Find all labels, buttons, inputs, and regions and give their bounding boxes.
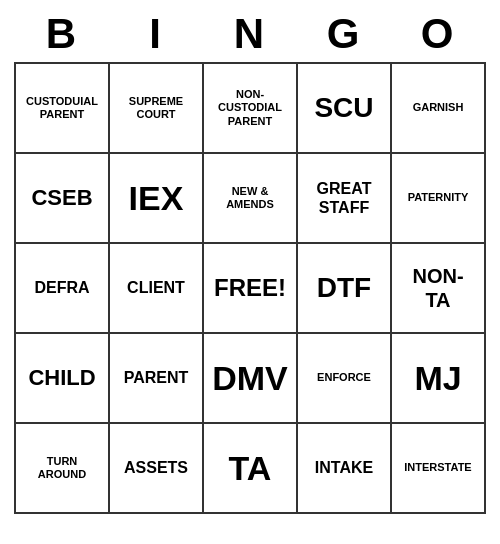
cell-text-4-1: ASSETS [124,458,188,477]
cell-text-3-0: CHILD [28,365,95,391]
cell-text-4-2: TA [229,448,272,489]
cell-text-0-4: GARNISH [413,101,464,114]
header-b: B [15,10,109,58]
cell-text-1-0: CSEB [31,185,92,211]
cell-text-0-2: NON-CUSTODIALPARENT [218,88,282,128]
cell-0-4: GARNISH [392,64,486,154]
cell-text-0-3: SCU [314,91,373,125]
cell-text-2-2: Free! [214,274,286,303]
cell-3-4: MJ [392,334,486,424]
cell-0-2: NON-CUSTODIALPARENT [204,64,298,154]
cell-text-0-1: SUPREMECOURT [129,95,183,121]
cell-0-1: SUPREMECOURT [110,64,204,154]
cell-1-1: IEX [110,154,204,244]
cell-2-1: CLIENT [110,244,204,334]
cell-2-2: Free! [204,244,298,334]
cell-1-3: GREATSTAFF [298,154,392,244]
cell-4-2: TA [204,424,298,514]
cell-3-3: ENFORCE [298,334,392,424]
cell-text-3-3: ENFORCE [317,371,371,384]
cell-2-4: Non-TA [392,244,486,334]
cell-4-0: TURNAROUND [16,424,110,514]
bingo-header: B I N G O [15,10,485,58]
cell-2-3: DTF [298,244,392,334]
cell-3-2: DMV [204,334,298,424]
cell-3-0: CHILD [16,334,110,424]
cell-4-4: INTERSTATE [392,424,486,514]
cell-text-4-4: INTERSTATE [404,461,471,474]
cell-1-2: NEW &AMENDS [204,154,298,244]
cell-0-0: CUSTODUIALPARENT [16,64,110,154]
cell-text-2-3: DTF [317,271,371,305]
cell-4-1: ASSETS [110,424,204,514]
cell-text-2-0: DEFRA [34,278,89,297]
cell-1-0: CSEB [16,154,110,244]
cell-text-3-2: DMV [212,358,288,399]
cell-4-3: INTAKE [298,424,392,514]
cell-2-0: DEFRA [16,244,110,334]
bingo-grid: CUSTODUIALPARENTSUPREMECOURTNON-CUSTODIA… [14,62,486,514]
cell-text-4-3: INTAKE [315,458,373,477]
cell-1-4: PATERNITY [392,154,486,244]
cell-text-1-4: PATERNITY [408,191,469,204]
cell-text-1-3: GREATSTAFF [317,179,372,217]
cell-3-1: PARENT [110,334,204,424]
header-i: I [109,10,203,58]
cell-text-1-2: NEW &AMENDS [226,185,274,211]
cell-text-2-1: CLIENT [127,278,185,297]
cell-text-2-4: Non-TA [412,264,463,312]
cell-0-3: SCU [298,64,392,154]
cell-text-3-1: PARENT [124,368,189,387]
cell-text-4-0: TURNAROUND [38,455,86,481]
header-o: O [391,10,485,58]
cell-text-3-4: MJ [414,358,461,399]
cell-text-0-0: CUSTODUIALPARENT [26,95,98,121]
cell-text-1-1: IEX [129,178,184,219]
header-g: G [297,10,391,58]
header-n: N [203,10,297,58]
